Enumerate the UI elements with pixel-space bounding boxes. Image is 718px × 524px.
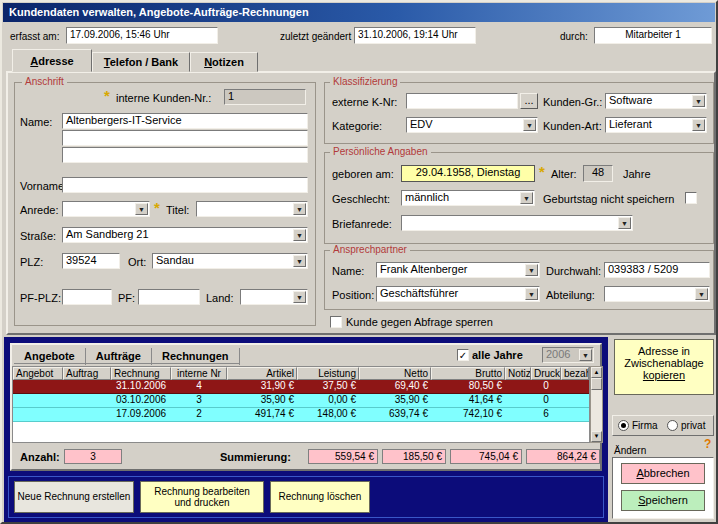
tab-telefon-bank[interactable]: Telefon / Bank xyxy=(92,52,190,72)
briefanrede-label: Briefanrede: xyxy=(332,218,392,230)
tab-rechnungen[interactable]: Rechnungen xyxy=(152,348,240,365)
jahr-value: 2006 xyxy=(546,348,570,360)
chevron-down-icon[interactable]: ▼ xyxy=(695,288,708,300)
adresse-kopieren-button[interactable]: Adresse in Zwischenablage kopieren xyxy=(614,339,714,395)
title-bar: Kundendaten verwalten, Angebote-Aufträge… xyxy=(3,3,715,22)
tab-auftraege[interactable]: Aufträge xyxy=(86,348,152,365)
geschlecht-value: männlich xyxy=(405,191,449,203)
chevron-down-icon[interactable]: ▼ xyxy=(525,264,538,276)
col-header-brutto: Brutto xyxy=(431,367,505,380)
abbrechen-button[interactable]: Abbrechen xyxy=(621,463,705,484)
geboren-am-label: geboren am: xyxy=(332,168,394,180)
position-select[interactable]: Geschäftsführer▼ xyxy=(376,286,540,302)
cell-brutto: 41,64 € xyxy=(431,394,505,407)
kundengr-label: Kunden-Gr.: xyxy=(543,96,602,108)
abteilung-select[interactable]: ▼ xyxy=(604,286,710,302)
invoice-row-1[interactable]: 31.10.2006 4 31,90 € 37,50 € 69,40 € 80,… xyxy=(13,380,589,394)
chevron-down-icon[interactable]: ▼ xyxy=(692,119,705,131)
cell-bezahlt xyxy=(561,380,589,393)
chevron-down-icon[interactable]: ▼ xyxy=(525,288,538,300)
name-field-1[interactable]: Altenbergers-IT-Service xyxy=(62,113,308,129)
name-field-2[interactable] xyxy=(62,130,308,146)
pfplz-field[interactable] xyxy=(62,289,112,305)
durchwahl-label: Durchwahl: xyxy=(546,265,601,277)
cell-artikel: 491,74 € xyxy=(227,408,297,421)
land-select[interactable]: ▼ xyxy=(240,289,308,305)
invoice-row-3[interactable]: 17.09.2006 2 491,74 € 148,00 € 639,74 € … xyxy=(13,408,589,422)
externe-knr-field[interactable] xyxy=(406,93,518,109)
strasse-select[interactable]: Am Sandberg 21▼ xyxy=(62,227,308,243)
jahr-select[interactable]: 2006▼ xyxy=(542,347,594,363)
chevron-down-icon[interactable]: ▼ xyxy=(293,203,306,215)
firma-radio-label: Firma xyxy=(632,420,658,431)
cell-angebot xyxy=(13,408,63,421)
browse-button[interactable]: ... xyxy=(520,93,538,109)
help-icon[interactable]: ? xyxy=(704,437,711,451)
col-header-auftrag: Auftrag xyxy=(63,367,111,380)
chevron-down-icon[interactable]: ▼ xyxy=(523,119,536,131)
scrollbar-thumb[interactable] xyxy=(591,378,602,390)
aendern-label: Ändern xyxy=(614,445,646,456)
chevron-down-icon[interactable]: ▼ xyxy=(618,217,631,229)
cell-druck: 0 xyxy=(531,394,561,407)
chevron-down-icon[interactable]: ▼ xyxy=(293,229,306,241)
cell-netto: 639,74 € xyxy=(359,408,431,421)
briefanrede-select[interactable]: ▼ xyxy=(401,215,633,231)
kategorie-select[interactable]: EDV▼ xyxy=(406,117,538,133)
vorname-field[interactable] xyxy=(62,177,308,193)
required-icon: * xyxy=(104,90,110,102)
chevron-down-icon[interactable]: ▼ xyxy=(579,349,592,361)
tab-angebote[interactable]: Angebote xyxy=(14,348,86,365)
name-field-3[interactable] xyxy=(62,147,308,163)
chevron-down-icon[interactable]: ▼ xyxy=(692,95,705,107)
geburtstag-nicht-speichern-checkbox[interactable] xyxy=(685,192,697,204)
cell-artikel: 31,90 € xyxy=(227,380,297,393)
cell-notiz xyxy=(505,408,531,421)
scroll-up-button[interactable]: ▲ xyxy=(591,367,602,378)
geboren-am-field[interactable]: 29.04.1958, Dienstag xyxy=(401,165,535,182)
plz-field[interactable]: 39524 xyxy=(62,253,120,269)
chevron-down-icon[interactable]: ▼ xyxy=(293,255,306,267)
table-scrollbar[interactable]: ▲ ▼ xyxy=(590,366,603,443)
titel-select[interactable]: ▼ xyxy=(196,201,308,217)
chevron-down-icon[interactable]: ▼ xyxy=(135,203,148,215)
neue-rechnung-button[interactable]: Neue Rechnung erstellen xyxy=(14,481,134,513)
erfasst-am-field: 17.09.2006, 15:46 Uhr xyxy=(66,27,218,44)
chevron-down-icon[interactable]: ▼ xyxy=(293,291,306,303)
summe-leistung-field: 185,50 € xyxy=(382,449,446,464)
durchwahl-field[interactable]: 039383 / 5209 xyxy=(604,262,710,278)
col-header-notiz: Notiz xyxy=(505,367,531,380)
privat-radio[interactable] xyxy=(667,420,678,431)
summe-brutto-field: 864,24 € xyxy=(526,449,600,464)
cell-netto: 69,40 € xyxy=(359,380,431,393)
privat-radio-label: privat xyxy=(681,420,705,431)
cell-interne-nr: 4 xyxy=(171,380,227,393)
anzahl-field: 3 xyxy=(64,449,122,464)
invoice-row-2[interactable]: 03.10.2006 3 35,90 € 0,00 € 35,90 € 41,6… xyxy=(13,394,589,408)
pf-field[interactable] xyxy=(138,289,200,305)
anrede-select[interactable]: ▼ xyxy=(62,201,150,217)
titel-label: Titel: xyxy=(166,204,189,216)
geschlecht-select[interactable]: männlich▼ xyxy=(401,190,535,206)
rechnung-loeschen-button[interactable]: Rechnung löschen xyxy=(270,481,370,513)
tab-adresse[interactable]: Adresse xyxy=(12,49,92,72)
plz-label: PLZ: xyxy=(20,256,43,268)
chevron-down-icon[interactable]: ▼ xyxy=(520,192,533,204)
alle-jahre-checkbox[interactable]: ✓ xyxy=(457,349,469,361)
kundengr-select[interactable]: Software▼ xyxy=(605,93,707,109)
cell-leistung: 37,50 € xyxy=(297,380,359,393)
kundenart-select[interactable]: Lieferant▼ xyxy=(605,117,707,133)
required-icon: * xyxy=(154,202,160,214)
scroll-down-button[interactable]: ▼ xyxy=(591,431,602,442)
ort-label: Ort: xyxy=(128,256,146,268)
firma-radio[interactable] xyxy=(618,420,629,431)
col-header-bezahlt: bezahlt xyxy=(561,367,589,380)
kunde-sperren-checkbox[interactable] xyxy=(330,316,342,328)
ort-select[interactable]: Sandau▼ xyxy=(152,253,308,269)
speichern-button[interactable]: Speichern xyxy=(621,490,705,511)
cell-leistung: 0,00 € xyxy=(297,394,359,407)
ansprechpartner-name-select[interactable]: Frank Altenberger▼ xyxy=(376,262,540,278)
rechnung-bearbeiten-button[interactable]: Rechnung bearbeiten und drucken xyxy=(140,481,264,513)
col-header-druck: Druck xyxy=(531,367,561,380)
tab-notizen[interactable]: Notizen xyxy=(190,52,258,72)
